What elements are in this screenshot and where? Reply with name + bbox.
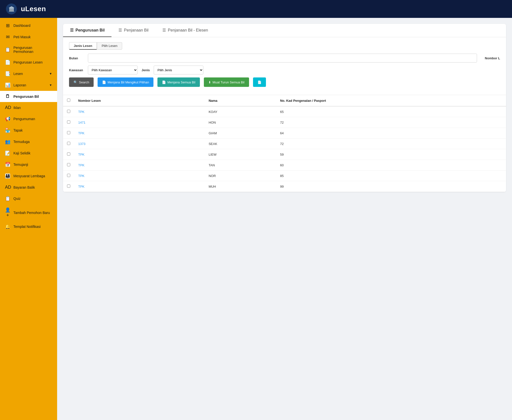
list-icon-penjanaan-bil: ☰	[118, 28, 122, 33]
sidebar-item-pengurusan-lesen[interactable]: 📄 Pengurusan Lesen	[0, 57, 57, 68]
sidebar-item-mesyuarat-lembaga[interactable]: 👨‍👩‍👧 Mesyuarat Lembaga	[0, 170, 57, 182]
lesen-link-2[interactable]: 1471	[78, 121, 85, 124]
app-layout: ⊞ Dashboard ✉ Peti Masuk 📋 Pengurusan Pe…	[0, 18, 512, 420]
th-no-kad: No. Kad Pengenalan / Pasport	[276, 95, 506, 106]
menjana-semua-button[interactable]: 📄 Menjana Semua Bil	[157, 77, 200, 87]
sidebar-label-iklan: Iklan	[13, 106, 21, 110]
sidebar-label-laporan: Laporan	[13, 83, 26, 87]
sidebar-label-templat-notifikasi: Templat Notifikasi	[13, 225, 41, 229]
table-row: TPK LIEW 59	[63, 149, 506, 160]
sub-tab-jenis-lesen[interactable]: Jenis Lesen	[69, 42, 97, 50]
select-all-checkbox[interactable]	[67, 99, 70, 102]
sidebar-item-peti-masuk[interactable]: ✉ Peti Masuk	[0, 31, 57, 43]
row-checkbox-7[interactable]	[67, 174, 70, 177]
sidebar-item-bayaran-balik[interactable]: AD Bayaran Balik	[0, 182, 57, 193]
sidebar-label-temuduga: Temuduga	[13, 140, 30, 144]
sidebar-icon-iklan: AD	[5, 105, 10, 110]
bulan-label: Bulan	[69, 56, 84, 60]
sidebar-item-kaji-selidik[interactable]: 📝 Kaji Selidik	[0, 147, 57, 159]
sidebar-icon-tambah-pemohon-baru: 👤+	[5, 207, 10, 218]
row-nama-5: LIEW	[205, 149, 276, 160]
th-checkbox	[63, 95, 74, 106]
download-icon: ⬇	[208, 80, 211, 84]
lesen-link-4[interactable]: 1373	[78, 142, 85, 146]
sidebar-item-dashboard[interactable]: ⊞ Dashboard	[0, 20, 57, 31]
row-no-kad-6: 60	[276, 160, 506, 171]
sidebar-item-pengumuman[interactable]: 📢 Pengumuman	[0, 113, 57, 125]
row-checkbox-6[interactable]	[67, 163, 70, 166]
file-icon-semua: 📄	[162, 80, 166, 84]
sidebar-item-lesen[interactable]: 📑 Lesen ▼	[0, 68, 57, 79]
sidebar-item-iklan[interactable]: AD Iklan	[0, 102, 57, 113]
table-row: TPK TAN 60	[63, 160, 506, 171]
lesen-link-1[interactable]: TPK	[78, 110, 84, 114]
lesen-link-8[interactable]: TPK	[78, 185, 84, 188]
row-checkbox-4[interactable]	[67, 142, 70, 145]
lesen-link-7[interactable]: TPK	[78, 174, 84, 178]
app-header: 🏛️ uLesen	[0, 0, 512, 18]
sidebar-item-pengurusan-bil[interactable]: 🗒 Pengurusan Bil	[0, 91, 57, 102]
tab-label-penjanaan-bil: Penjanaan Bil	[124, 28, 148, 33]
row-nama-6: TAN	[205, 160, 276, 171]
jenis-select[interactable]: Pilih Jenis	[154, 66, 203, 74]
lesen-link-6[interactable]: TPK	[78, 163, 84, 167]
sidebar-icon-pengurusan-lesen: 📄	[5, 60, 10, 65]
sidebar-icon-lesen: 📑	[5, 71, 10, 76]
bulan-input[interactable]	[88, 54, 477, 63]
row-nombor-lesen-1: TPK	[74, 106, 205, 117]
sidebar-label-pengurusan-bil: Pengurusan Bil	[13, 95, 39, 99]
sidebar-item-quiz[interactable]: 📋 Quiz	[0, 193, 57, 204]
row-nombor-lesen-3: TPK	[74, 128, 205, 139]
sidebar-icon-dashboard: ⊞	[5, 23, 10, 28]
extra-icon: 📄	[257, 80, 261, 84]
row-checkbox-cell	[63, 160, 74, 171]
sub-tabs: Jenis LesenPilih Lesen	[69, 42, 500, 50]
sidebar-item-tambah-pemohon-baru[interactable]: 👤+ Tambah Pemohon Baru	[0, 204, 57, 221]
row-checkbox-1[interactable]	[67, 110, 70, 113]
kawasan-select[interactable]: Pilih Kawasan	[88, 66, 138, 74]
sidebar-icon-laporan: 📊	[5, 82, 10, 88]
row-checkbox-3[interactable]	[67, 131, 70, 134]
sidebar-item-temuduga[interactable]: 👥 Temuduga	[0, 136, 57, 147]
muat-turun-button[interactable]: ⬇ Muat Turun Semua Bil	[204, 77, 249, 87]
tab-penjanaan-bil[interactable]: ☰ Penjanaan Bil	[111, 24, 155, 37]
row-nama-1: KOAY	[205, 106, 276, 117]
row-checkbox-5[interactable]	[67, 152, 70, 156]
row-checkbox-cell	[63, 139, 74, 149]
tab-penjanaan-bil-elesen[interactable]: ☰ Penjanaan Bil - Elesen	[155, 24, 215, 37]
table-row: 1373 SEAK 72	[63, 139, 506, 149]
logo-icon: 🏛️	[8, 6, 15, 12]
row-nombor-lesen-7: TPK	[74, 171, 205, 181]
sidebar-icon-temujanji: 📅	[5, 162, 10, 167]
table-row: TPK GIAM 64	[63, 128, 506, 139]
table-header-row: Nombor Lesen Nama No. Kad Pengenalan / P…	[63, 95, 506, 106]
sidebar-item-temujanji[interactable]: 📅 Temujanji	[0, 159, 57, 170]
row-no-kad-5: 59	[276, 149, 506, 160]
sidebar-label-pengumuman: Pengumuman	[13, 117, 35, 121]
table-row: TPK KOAY 65	[63, 106, 506, 117]
sidebar-item-templat-notifikasi[interactable]: 🔔 Templat Notifikasi	[0, 221, 57, 232]
sidebar-icon-kaji-selidik: 📝	[5, 150, 10, 156]
table-body: TPK KOAY 65 1471 HON 72 TPK GIAM 64 1373…	[63, 106, 506, 192]
th-nama: Nama	[205, 95, 276, 106]
sidebar-label-lesen: Lesen	[13, 72, 23, 76]
search-icon: 🔍	[73, 80, 77, 84]
row-no-kad-8: 99	[276, 181, 506, 192]
tab-pengurusan-bil[interactable]: ☰ Pengurusan Bil	[63, 24, 111, 37]
filter-form: Jenis LesenPilih Lesen Bulan Nombor L Ka…	[63, 37, 506, 95]
sub-tab-pilih-lesen[interactable]: Pilih Lesen	[97, 42, 122, 50]
menjana-pilihan-button[interactable]: 📄 Menjana Bil Mengikut Pilihan	[98, 77, 153, 87]
row-checkbox-8[interactable]	[67, 184, 70, 188]
extra-button[interactable]: 📄	[253, 77, 266, 87]
sidebar-item-laporan[interactable]: 📊 Laporan ▼	[0, 79, 57, 91]
sidebar-item-tapak[interactable]: 🏪 Tapak	[0, 125, 57, 136]
sidebar-item-pengurusan-permohonan[interactable]: 📋 Pengurusan Permohonan	[0, 43, 57, 57]
nombor-label: Nombor L	[485, 56, 500, 60]
search-button[interactable]: 🔍 Search	[69, 77, 94, 87]
row-nombor-lesen-4: 1373	[74, 139, 205, 149]
table-row: TPK NOR 85	[63, 171, 506, 181]
row-checkbox-cell	[63, 149, 74, 160]
row-checkbox-2[interactable]	[67, 120, 70, 124]
lesen-link-3[interactable]: TPK	[78, 131, 84, 135]
lesen-link-5[interactable]: TPK	[78, 153, 84, 156]
